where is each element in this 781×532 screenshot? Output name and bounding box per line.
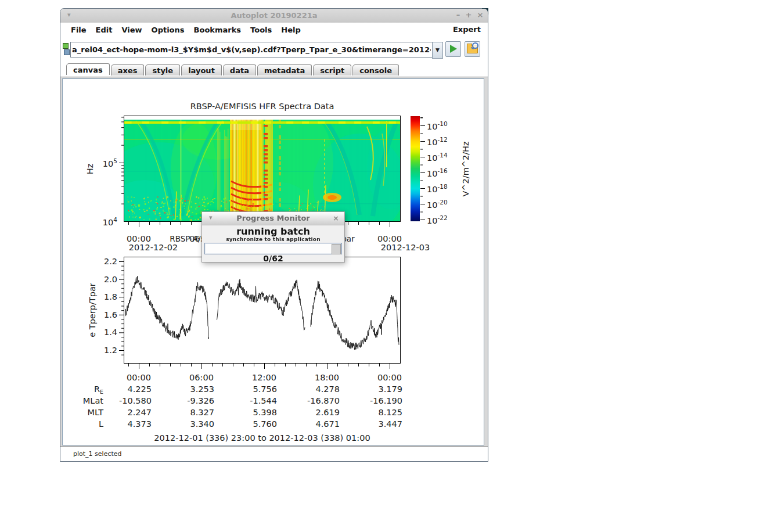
progress-monitor-dialog[interactable]: ▾ Progress Monitor × running batch synch… xyxy=(201,211,345,263)
ephemeris-value: 8.125 xyxy=(350,408,402,417)
ephemeris-value: 4.671 xyxy=(287,419,340,429)
window-title: Autoplot 20190221a xyxy=(60,11,488,20)
play-icon xyxy=(450,45,457,53)
status-bar: plot_1 selected xyxy=(60,446,488,461)
ephemeris-value: -16.870 xyxy=(287,396,340,405)
plot2-xtick-label: 06:00 xyxy=(184,373,219,382)
plot1-ylabel: Hz xyxy=(78,116,102,221)
ephemeris-value: 3.340 xyxy=(162,419,214,429)
plot1-ytick-label: 105 xyxy=(84,157,117,168)
progress-stop-button[interactable] xyxy=(332,244,341,254)
dialog-title: Progress Monitor xyxy=(202,214,344,222)
menu-item-bookmarks[interactable]: Bookmarks xyxy=(189,24,246,35)
titlebar[interactable]: ▾ Autoplot 20190221a – + × xyxy=(60,9,488,23)
colorbar-tick-label: 10-12 xyxy=(427,136,467,147)
minimize-button[interactable]: – xyxy=(453,10,463,19)
plot2-xtick-label: 18:00 xyxy=(309,373,344,382)
ephemeris-value: 3.447 xyxy=(350,419,402,429)
ephemeris-value: -9.326 xyxy=(162,396,214,405)
tab-canvas[interactable]: canvas xyxy=(66,63,110,75)
plot1-date-left: 2012-12-02 xyxy=(118,243,188,252)
expert-mode-label[interactable]: Expert xyxy=(453,25,481,34)
go-button[interactable] xyxy=(445,41,461,57)
timeseries-plot[interactable] xyxy=(124,257,400,363)
tab-axes[interactable]: axes xyxy=(111,64,145,76)
colorbar xyxy=(411,116,420,221)
status-text: plot_1 selected xyxy=(73,450,122,458)
dataset-selector-icon xyxy=(63,43,70,56)
ephemeris-value: 4.373 xyxy=(99,419,152,429)
ephemeris-value: 2.247 xyxy=(99,408,152,417)
plot2-ytick-label: 2.2 xyxy=(84,257,117,266)
colorbar-tick-label: 10-22 xyxy=(427,214,467,225)
tab-metadata[interactable]: metadata xyxy=(257,64,312,76)
ephemeris-row-label: MLT xyxy=(67,408,103,417)
plot2-ytick-label: 1.4 xyxy=(84,328,117,337)
uri-input[interactable] xyxy=(70,42,433,57)
ephemeris-value: 2.619 xyxy=(287,408,340,417)
menu-item-help[interactable]: Help xyxy=(276,24,305,35)
spectrogram-plot[interactable] xyxy=(124,116,400,221)
tab-console[interactable]: console xyxy=(352,64,399,76)
tab-script[interactable]: script xyxy=(313,64,351,76)
menu-item-file[interactable]: File xyxy=(66,24,91,35)
plot2-xtick-label: 12:00 xyxy=(247,373,282,382)
ephemeris-row-label: MLat xyxy=(67,396,103,405)
tab-content-panel: RBSP-A/EMFISIS HFR Spectra Data Hz V^2/m… xyxy=(60,77,488,446)
ephemeris-value: 8.327 xyxy=(162,408,214,417)
plot1-date-right: 2012-12-03 xyxy=(370,243,440,252)
plot2-ytick-label: 1.6 xyxy=(84,310,117,319)
colorbar-tick-label: 10-10 xyxy=(427,120,467,131)
menu-item-tools[interactable]: Tools xyxy=(246,24,276,35)
plot2-xtick-label: 00:00 xyxy=(372,373,407,382)
ephemeris-value: 3.253 xyxy=(162,384,214,394)
ephemeris-value: 4.225 xyxy=(99,384,152,394)
progress-count: 0/62 xyxy=(202,254,344,263)
menubar: FileEditViewOptionsBookmarksToolsHelp Ex… xyxy=(60,23,488,36)
progress-sub-label: synchronize to this application xyxy=(202,236,344,242)
progress-dialog-titlebar: ▾ Progress Monitor × xyxy=(202,212,344,225)
plot2-ytick-label: 2.0 xyxy=(84,275,117,284)
ephemeris-value: -16.190 xyxy=(350,396,402,405)
ephemeris-value: -10.580 xyxy=(99,396,152,405)
ephemeris-value: 4.278 xyxy=(287,384,340,394)
magnifier-icon xyxy=(472,42,478,49)
plot2-ytick-label: 1.8 xyxy=(84,292,117,301)
plot2-xtick-label: 00:00 xyxy=(121,373,156,382)
time-range-footer: 2012-12-01 (336) 23:00 to 2012-12-03 (33… xyxy=(124,433,400,443)
ephemeris-value: 5.760 xyxy=(225,419,277,429)
plot-canvas-area[interactable]: RBSP-A/EMFISIS HFR Spectra Data Hz V^2/m… xyxy=(62,78,484,445)
plot2-ytick-label: 1.2 xyxy=(84,346,117,355)
ephemeris-value: 5.398 xyxy=(225,408,277,417)
close-button[interactable]: × xyxy=(475,10,485,19)
maximize-button[interactable]: + xyxy=(463,10,474,19)
plot2-xtick-marks xyxy=(124,364,400,370)
colorbar-tick-label: 10-14 xyxy=(427,152,467,163)
menu-item-edit[interactable]: Edit xyxy=(91,24,117,35)
tab-layout[interactable]: layout xyxy=(181,64,222,76)
browse-button[interactable] xyxy=(465,41,480,57)
plot1-ytick-marks xyxy=(118,116,124,221)
uri-toolbar: ▼ xyxy=(60,36,488,64)
menu-item-view[interactable]: View xyxy=(117,24,146,35)
colorbar-tick-label: 10-16 xyxy=(427,167,467,178)
ephemeris-value: 3.179 xyxy=(350,384,402,394)
colorbar-tick-label: 10-20 xyxy=(427,199,467,210)
autoplot-window: ▾ Autoplot 20190221a – + × FileEditViewO… xyxy=(60,8,488,462)
ephemeris-value: 5.756 xyxy=(225,384,277,394)
ephemeris-value: -1.544 xyxy=(225,396,277,405)
colorbar-tick-marks xyxy=(420,116,425,221)
dialog-close-icon[interactable]: × xyxy=(333,214,339,222)
tab-bar: canvasaxesstylelayoutdatametadatascriptc… xyxy=(60,64,488,77)
tab-style[interactable]: style xyxy=(145,64,180,76)
ephemeris-row-label: RE xyxy=(67,384,103,395)
progress-task-label: running batch xyxy=(202,226,344,237)
menu-item-options[interactable]: Options xyxy=(147,24,189,35)
plot2-ytick-marks xyxy=(118,257,124,364)
progress-bar xyxy=(204,243,342,254)
uri-dropdown-button[interactable]: ▼ xyxy=(432,42,443,59)
ephemeris-row-label: L xyxy=(67,419,103,429)
tab-data[interactable]: data xyxy=(223,64,256,76)
plot1-ytick-label: 104 xyxy=(84,216,117,227)
plot1-title: RBSP-A/EMFISIS HFR Spectra Data xyxy=(124,102,400,111)
